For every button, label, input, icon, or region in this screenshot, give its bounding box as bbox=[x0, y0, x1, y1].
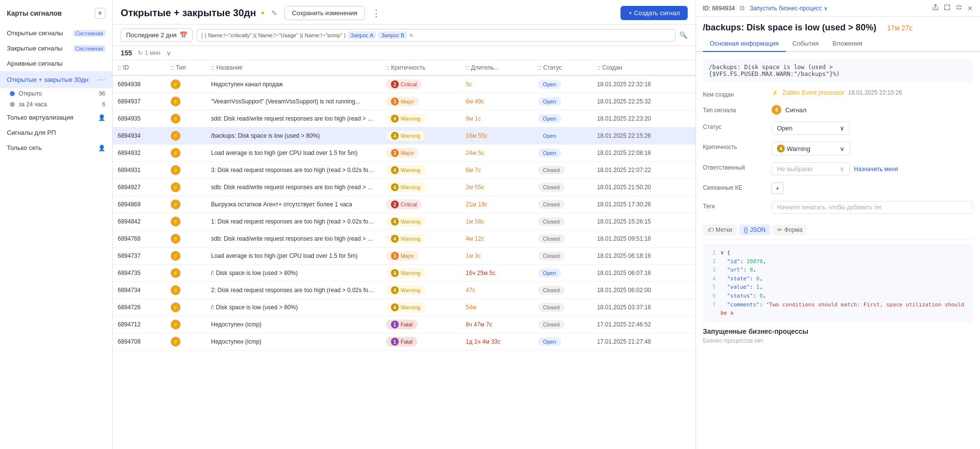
query-tag-a[interactable]: Запрос A bbox=[348, 31, 377, 39]
sidebar-item-open-closed-30d[interactable]: Открытые + закрытые 30дн ⋯ bbox=[0, 71, 112, 88]
cell-name: Недоступен (icmp) bbox=[206, 316, 381, 333]
table-row[interactable]: 6894737 ⚡ Load average is too high (per … bbox=[113, 248, 696, 265]
rp-assign-me-link[interactable]: Назначить меня bbox=[854, 166, 898, 173]
cell-status: Closed bbox=[533, 213, 592, 230]
sidebar-item-archive-signals[interactable]: Архивные сигналы bbox=[0, 56, 112, 71]
table-row[interactable]: 6894842 ⚡ 1: Disk read request responses… bbox=[113, 213, 696, 230]
code-block: 1 ∨ { 2 "id": 20870, 3 "url": 8, 4 "stat… bbox=[703, 244, 973, 323]
sidebar-item-open-signals[interactable]: Открытые сигналы Системная bbox=[0, 25, 112, 41]
rp-severity-select[interactable]: 4 Warning ∨ bbox=[772, 142, 850, 155]
cell-status: Open bbox=[533, 145, 592, 162]
table-row[interactable]: 6894927 ⚡ sdb: Disk read/write request r… bbox=[113, 179, 696, 196]
edit-title-button[interactable]: ✎ bbox=[269, 8, 280, 19]
rp-close-button[interactable]: ✕ bbox=[967, 4, 973, 12]
col-name[interactable]: ::Название bbox=[206, 60, 381, 75]
severity-badge: 4 Warning bbox=[386, 114, 426, 124]
table-row[interactable]: 6894937 ⚡ "VeeamVssSupport" (VeeamVssSup… bbox=[113, 93, 696, 110]
rp-created-date: 18.01.2025 22:15:26 bbox=[848, 89, 902, 96]
filter-query-box[interactable]: ∫ ( Name:!~"critically" )( Name:!~"Usage… bbox=[197, 29, 675, 42]
cell-duration: 54м bbox=[461, 299, 533, 316]
col-status[interactable]: ::Статус bbox=[533, 60, 592, 75]
rp-responsible-select[interactable]: Не выбрано ∨ bbox=[772, 162, 850, 175]
filter-clear-button[interactable]: × bbox=[409, 31, 413, 39]
table-row[interactable]: 6894735 ⚡ /: Disk space is low (used > 8… bbox=[113, 265, 696, 282]
severity-badge: 4 Warning bbox=[386, 234, 426, 244]
rp-tags-value: Начните печатать, чтобы добавить тег bbox=[772, 201, 973, 214]
main-content: Открытые + закрытые 30дн • ✎ Сохранить и… bbox=[113, 0, 696, 449]
table-row[interactable]: 6894934 ⚡ /backups: Disk space is low (u… bbox=[113, 127, 696, 145]
rp-shrink-button[interactable] bbox=[955, 4, 962, 12]
more-options-button[interactable]: ⋮ bbox=[370, 8, 383, 19]
cell-id: 6894726 bbox=[113, 299, 166, 316]
cell-severity: 3 Major bbox=[381, 93, 461, 110]
dot-open bbox=[10, 91, 15, 96]
severity-num: 1 bbox=[391, 338, 399, 346]
col-id[interactable]: ::ID bbox=[113, 60, 166, 75]
query-tag-b[interactable]: Запрос B bbox=[378, 31, 407, 39]
cell-id: 6894712 bbox=[113, 316, 166, 333]
sidebar-item-only-network[interactable]: Только сеть 👤 bbox=[0, 140, 112, 155]
cell-status: Closed bbox=[533, 299, 592, 316]
table-row[interactable]: 6894726 ⚡ /: Disk space is low (used > 8… bbox=[113, 299, 696, 316]
col-created[interactable]: ::Создан bbox=[592, 60, 696, 75]
col-duration[interactable]: ::Длитель... bbox=[461, 60, 533, 75]
table-row[interactable]: 6894712 ⚡ Недоступен (icmp) 1 Fatal 8ч 4… bbox=[113, 316, 696, 333]
search-button[interactable]: 🔍 bbox=[679, 31, 688, 39]
table-row[interactable]: 6894734 ⚡ 2: Disk read request responses… bbox=[113, 282, 696, 299]
rp-processes-empty: Бизнес-процессов нет bbox=[703, 337, 973, 344]
severity-num: 4 bbox=[391, 235, 399, 243]
code-line-2: 2 "id": 20870, bbox=[708, 257, 968, 266]
rp-tab-events[interactable]: События bbox=[786, 36, 826, 52]
table-header: ::ID ::Тип ::Название ::Критичность ::Дл… bbox=[113, 60, 696, 75]
rp-tag-input[interactable]: Начните печатать, чтобы добавить тег bbox=[772, 201, 973, 214]
expand-button[interactable]: ∨ bbox=[166, 49, 171, 57]
rp-tags-label: Теги bbox=[703, 201, 767, 210]
filter-period[interactable]: Последние 2 дня 📅 bbox=[121, 28, 193, 42]
rp-status-select[interactable]: Open ∨ bbox=[772, 122, 850, 135]
meta-tab-form[interactable]: ✏ Форма bbox=[773, 224, 807, 235]
rp-process-button[interactable]: Запустить бизнес-процесс ∨ bbox=[749, 5, 828, 12]
sidebar-title: Карты сигналов bbox=[7, 9, 62, 17]
refresh-button[interactable]: ↻ 1 мин bbox=[138, 50, 160, 56]
create-signal-button[interactable]: + Создать сигнал bbox=[620, 6, 688, 20]
table-row[interactable]: 6894938 ⚡ Недоступен канал продаж 2 Crit… bbox=[113, 75, 696, 93]
sidebar-item-signals-rp[interactable]: Сигналы для РП bbox=[0, 125, 112, 140]
sidebar-sub-open-label: Открыто bbox=[19, 90, 42, 97]
table-row[interactable]: 6894932 ⚡ Load average is too high (per … bbox=[113, 145, 696, 162]
rp-share-button[interactable] bbox=[932, 4, 939, 12]
type-icon: ⚡ bbox=[171, 217, 181, 226]
type-icon: ⚡ bbox=[171, 337, 181, 347]
sidebar-add-button[interactable]: + bbox=[95, 8, 105, 19]
sidebar-item-virtualization[interactable]: Только виртуализация 👤 bbox=[0, 110, 112, 125]
rp-copy-button[interactable]: ⧉ bbox=[740, 4, 745, 12]
sidebar-item-closed-signals[interactable]: Закрытые сигналы Системная bbox=[0, 41, 112, 56]
col-type[interactable]: ::Тип bbox=[166, 60, 206, 75]
table-row[interactable]: 6894931 ⚡ 3: Disk read request responses… bbox=[113, 162, 696, 179]
status-badge: Closed bbox=[538, 234, 565, 243]
sidebar-sub-day-label: за 24 часа bbox=[19, 101, 47, 108]
table-row[interactable]: 6894708 ⚡ Недоступен (icmp) 1 Fatal 1д 1… bbox=[113, 333, 696, 350]
col-severity[interactable]: ::Критичность bbox=[381, 60, 461, 75]
cell-duration: 16ч 25м 5с bbox=[461, 265, 533, 282]
filter-query-text: ( Name:!~"critically" )( Name:!~"Usage" … bbox=[205, 32, 345, 38]
table-row[interactable]: 6894935 ⚡ sdd: Disk read/write request r… bbox=[113, 110, 696, 127]
rp-field-responsible: Ответственный Не выбрано ∨ Назначить мен… bbox=[703, 162, 973, 175]
status-badge: Closed bbox=[538, 200, 565, 209]
meta-tab-json[interactable]: {} JSON bbox=[739, 224, 771, 235]
cell-name: "VeeamVssSupport" (VeeamVssSupport) is n… bbox=[206, 93, 381, 110]
cell-status: Closed bbox=[533, 282, 592, 299]
rp-created-link[interactable]: Zabbix Event processor bbox=[782, 89, 844, 96]
severity-num: 4 bbox=[391, 166, 399, 174]
sidebar-sub-open-count: 96 bbox=[99, 90, 105, 97]
rp-field-related-ke: Связанные КЕ + bbox=[703, 182, 973, 194]
save-changes-button[interactable]: Сохранить изменения bbox=[284, 6, 365, 20]
rp-expand-button[interactable] bbox=[944, 4, 951, 12]
rp-add-ke-button[interactable]: + bbox=[772, 182, 783, 194]
table-row[interactable]: 6894768 ⚡ sdb: Disk read/write request r… bbox=[113, 230, 696, 248]
table-row[interactable]: 6894869 ⚡ Выгрузка остатков Агент+ отсут… bbox=[113, 196, 696, 213]
rp-tab-attachments[interactable]: Вложения bbox=[825, 36, 869, 52]
sidebar-item-more-icon[interactable]: ⋯ bbox=[98, 75, 105, 84]
meta-tab-labels[interactable]: 🏷 Метки bbox=[703, 224, 737, 235]
cell-id: 6894737 bbox=[113, 248, 166, 265]
rp-tab-main-info[interactable]: Основная информация bbox=[703, 36, 786, 52]
